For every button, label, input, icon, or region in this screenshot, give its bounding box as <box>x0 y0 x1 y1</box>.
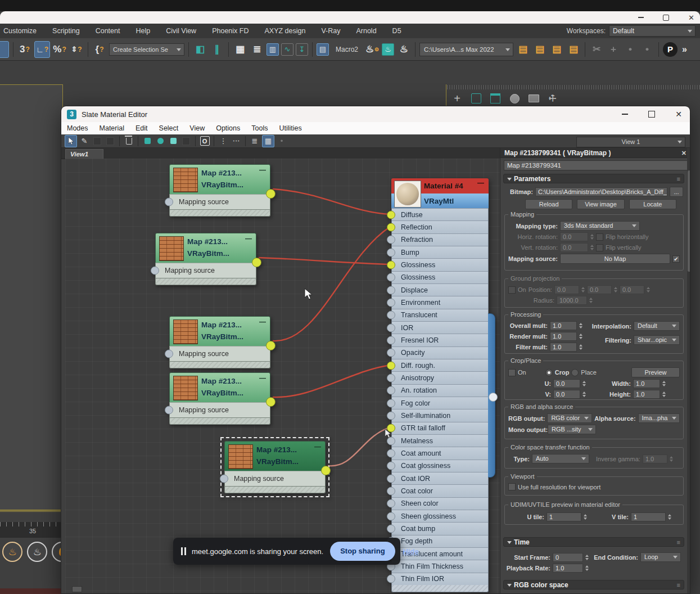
material-input-row[interactable]: GTR tail falloff <box>392 422 488 434</box>
input-socket[interactable] <box>387 323 395 332</box>
add-icon[interactable]: + <box>451 92 463 105</box>
window-minimize-icon[interactable] <box>638 17 644 18</box>
ribbon-icon[interactable]: ▥ <box>267 43 279 56</box>
locate-button[interactable]: Locate <box>629 199 676 209</box>
map-node-header[interactable]: Map #213... VRayBitm... — <box>155 233 256 263</box>
input-socket[interactable] <box>387 462 395 470</box>
material-input-row[interactable]: Diffuse <box>392 208 488 220</box>
render-mult-field[interactable]: 1.0 <box>550 332 577 341</box>
input-socket[interactable] <box>387 575 395 583</box>
slate-menu-item[interactable]: View <box>184 124 210 132</box>
map-node-header[interactable]: Map #213... VRayBitm... — <box>169 164 270 194</box>
stop-sharing-button[interactable]: Stop sharing <box>330 542 395 561</box>
active-viewport[interactable] <box>0 84 63 512</box>
material-input-row[interactable]: Thin Film Thickness <box>392 560 488 572</box>
input-socket[interactable] <box>387 512 395 520</box>
layer-manager-icon[interactable]: ≣ <box>250 42 264 57</box>
output-socket[interactable] <box>266 341 276 350</box>
slate-menu-item[interactable]: Tools <box>246 124 273 132</box>
input-socket[interactable] <box>165 198 173 206</box>
show-background-icon[interactable] <box>168 136 179 147</box>
menu-item[interactable]: Arnold <box>348 27 384 35</box>
input-socket[interactable] <box>387 524 395 533</box>
material-input-row[interactable]: Fresnel IOR <box>392 334 488 346</box>
slate-menu-item[interactable]: Edit <box>130 124 153 132</box>
render-production-icon[interactable]: ♨ <box>396 42 411 57</box>
material-input-row[interactable]: Environment <box>392 296 488 308</box>
material-node-header[interactable]: Material #4 — VRayMtl <box>391 178 489 208</box>
map-input-row[interactable]: Mapping source <box>169 194 270 210</box>
u-tile-field[interactable]: 1 <box>547 512 581 521</box>
selection-set-dropdown[interactable]: Create Selection Se <box>109 43 184 56</box>
input-socket[interactable] <box>387 336 395 344</box>
options-icon[interactable]: O <box>199 136 210 147</box>
material-preview-icon[interactable]: ▦ <box>262 135 274 147</box>
material-input-row[interactable]: Bump <box>392 246 488 258</box>
material-input-row[interactable]: Glossiness <box>392 258 488 271</box>
material-name-field[interactable]: Map #2138799341 <box>504 160 688 170</box>
layout-vertical-icon[interactable]: ⋮ <box>218 136 229 147</box>
rendered-frame-icon[interactable]: ♨ <box>382 43 394 56</box>
node-resize-strip[interactable] <box>169 362 270 368</box>
filtering-dropdown[interactable]: Shar...opic <box>634 335 680 345</box>
input-socket[interactable] <box>387 210 395 219</box>
input-socket[interactable] <box>387 487 395 495</box>
project-settings-icon[interactable]: ▤ <box>566 42 581 57</box>
project-save-icon[interactable]: ▤ <box>549 42 564 57</box>
canvas-scroll-corner[interactable] <box>72 586 82 592</box>
filter-mult-field[interactable]: 1.0 <box>550 343 577 352</box>
crop-on-checkbox[interactable] <box>508 369 516 376</box>
material-input-row[interactable]: Fog color <box>392 397 488 409</box>
node-resize-strip[interactable] <box>169 418 270 425</box>
collapse-icon[interactable]: — <box>245 235 252 242</box>
spinner-snap-icon[interactable]: ⇕? <box>69 42 84 57</box>
render-setup-icon[interactable]: ♨⚙ <box>365 42 380 57</box>
slate-menu-item[interactable]: Select <box>153 124 184 132</box>
material-input-row[interactable]: Thin Film IOR <box>392 573 488 585</box>
toolbars-icon[interactable]: ▦ <box>233 42 247 57</box>
map-node[interactable]: Map #213... VRayBitm... — Mapping source <box>169 164 270 217</box>
input-socket[interactable] <box>387 298 395 307</box>
menu-item[interactable]: D5 <box>385 27 409 35</box>
rollout-menu-icon[interactable]: ≡ <box>677 538 680 547</box>
material-input-row[interactable]: Diff. rough. <box>392 359 488 371</box>
mapping-type-dropdown[interactable]: 3ds Max standard <box>560 221 640 231</box>
move-children-icon[interactable] <box>142 136 153 147</box>
panel-scrollbar[interactable] <box>687 148 690 594</box>
menu-item[interactable]: V-Ray <box>313 27 348 35</box>
rollout-menu-icon[interactable]: ≡ <box>677 174 680 184</box>
menu-item[interactable]: Content <box>88 27 128 35</box>
input-socket[interactable] <box>387 349 395 357</box>
input-socket[interactable] <box>387 311 395 320</box>
material-input-row[interactable]: Displace <box>392 284 488 296</box>
parameters-rollout[interactable]: Parameters ≡ <box>503 174 684 183</box>
window-close-icon[interactable]: ✕ <box>688 14 694 21</box>
project-folder-dropdown[interactable]: C:\Users\A...s Max 2022 <box>419 43 513 56</box>
menu-item[interactable]: Customize <box>0 27 44 35</box>
mono-output-dropdown[interactable]: RGB ...sity <box>548 425 596 434</box>
input-socket[interactable] <box>387 236 395 244</box>
input-socket[interactable] <box>387 361 395 370</box>
v-tile-field[interactable]: 1 <box>631 512 666 521</box>
view-selector-dropdown[interactable]: View 1 <box>576 137 685 147</box>
collapse-icon[interactable]: — <box>259 318 266 326</box>
node-graph-canvas[interactable]: Map #213... VRayBitm... — Mapping source <box>65 159 500 594</box>
schematic-view-icon[interactable]: ▤ <box>317 43 329 56</box>
display-icon[interactable] <box>527 92 540 105</box>
slate-menu-item[interactable]: Modes <box>61 124 94 132</box>
input-socket[interactable] <box>387 248 395 256</box>
material-input-row[interactable]: Sheen glossiness <box>392 510 488 522</box>
output-socket[interactable] <box>321 466 331 475</box>
material-input-row[interactable]: Glossiness <box>392 271 488 284</box>
slate-menu-item[interactable]: Material <box>94 124 130 132</box>
material-input-row[interactable]: Translucent <box>392 309 488 321</box>
material-input-row[interactable]: Metalness <box>392 434 488 447</box>
show-sliders-icon[interactable]: ≣ <box>249 136 260 147</box>
browse-button[interactable]: ... <box>670 187 683 197</box>
material-input-row[interactable]: Refraction <box>392 233 488 246</box>
collapse-icon[interactable]: — <box>314 443 321 451</box>
angle-snap-3-icon[interactable]: 3? <box>17 42 32 57</box>
output-socket[interactable] <box>266 397 276 407</box>
material-input-row[interactable]: Reflection <box>392 220 488 233</box>
dope-sheet-icon[interactable]: ↧ <box>296 43 308 56</box>
